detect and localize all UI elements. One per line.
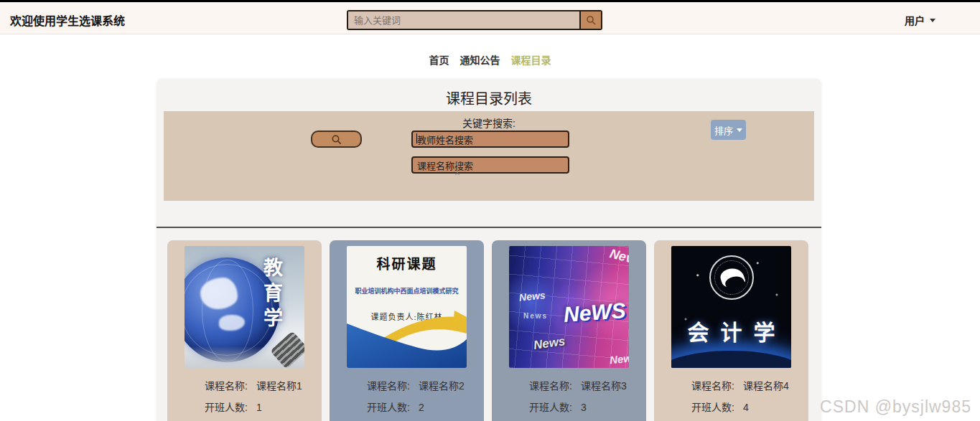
course-name-search-input[interactable] (411, 156, 569, 174)
course-name-row: 课程名称:课程名称4 (691, 378, 808, 392)
watermark: CSDN @bysjlw985 (820, 397, 971, 417)
wave-graphic (347, 303, 467, 368)
search-icon (331, 134, 342, 145)
course-card-4[interactable]: 会计学 课程名称:课程名称4 开班人数:4 (654, 240, 808, 421)
course-name-label: 课程名称: (691, 380, 734, 392)
course-card-1[interactable]: 教育学 课程名称:课程名称1 开班人数:1 (167, 240, 322, 421)
class-size-row: 开班人数:2 (367, 399, 484, 414)
cover-word: News (533, 334, 566, 353)
class-size-label: 开班人数: (691, 402, 734, 413)
course-card-2[interactable]: 科研课题 职业培训机构中西面点培训模式研究 课题负责人:陈红林 课程名称:课程名… (330, 240, 484, 421)
page-title: 课程目录列表 (157, 79, 821, 108)
user-menu[interactable]: 用户 (905, 13, 935, 27)
course-name-value: 课程名称3 (581, 380, 627, 392)
course-card-3[interactable]: Nev News News NeWS News New 课程名称:课程名称3 开… (492, 240, 646, 421)
cover-word: New (609, 351, 629, 366)
panel-search-button[interactable] (311, 131, 362, 148)
keyword-search-panel: 关键字搜索: 排序 (164, 111, 814, 201)
bird-emblem (718, 265, 745, 290)
nav-item-notices[interactable]: 通知公告 (460, 52, 500, 67)
teacher-name-search-input[interactable] (411, 131, 569, 148)
course-name-label: 课程名称: (529, 380, 572, 392)
cover-word: News (518, 289, 546, 303)
class-size-row: 开班人数:3 (529, 399, 646, 414)
course-cover-image-education: 教育学 (185, 246, 304, 368)
chevron-down-icon (737, 128, 742, 132)
course-name-value: 课程名称2 (419, 380, 465, 392)
cover-title: 科研课题 (347, 253, 467, 273)
search-icon (586, 15, 596, 25)
cover-title: 会计学 (671, 315, 791, 346)
cover-word: Nev (608, 246, 629, 266)
cover-word: News (523, 312, 548, 320)
course-name-row: 课程名称:课程名称1 (205, 378, 322, 392)
header-search-input[interactable] (348, 11, 579, 29)
course-card-list: 教育学 课程名称:课程名称1 开班人数:1 科研课题 职业培训机构中西面点培训模… (167, 240, 808, 421)
header-search-group (347, 10, 602, 30)
cover-subtitle: 职业培训机构中西面点培训模式研究 (347, 286, 467, 295)
class-size-row: 开班人数:4 (691, 399, 808, 414)
user-menu-label: 用户 (905, 13, 925, 27)
chevron-down-icon (930, 19, 935, 22)
course-name-row: 课程名称:课程名称2 (367, 378, 484, 392)
class-size-row: 开班人数:1 (205, 399, 322, 414)
text-caret (416, 133, 417, 143)
course-name-value: 课程名称4 (743, 380, 789, 392)
course-catalog-panel: 课程目录列表 关键字搜索: 排序 教育学 (157, 79, 821, 421)
class-size-value: 1 (256, 402, 262, 413)
university-seal-icon (709, 255, 754, 300)
course-cover-image-accounting: 会计学 (671, 246, 791, 368)
cover-title: 教育学 (258, 257, 286, 333)
header-search-button[interactable] (579, 11, 601, 29)
class-size-value: 2 (419, 402, 424, 413)
app-header: 欢迎使用学生选课系统 用户 (0, 2, 980, 34)
course-name-label: 课程名称: (205, 380, 248, 392)
nav-item-course-catalog[interactable]: 课程目录 (511, 52, 551, 67)
sort-button[interactable]: 排序 (711, 120, 746, 140)
class-size-label: 开班人数: (367, 402, 410, 413)
course-cover-image-news: Nev News News NeWS News New (509, 246, 629, 368)
main-nav: 首页 通知公告 课程目录 (0, 34, 980, 79)
earth-glow-graphic (671, 351, 791, 368)
course-cover-image-research: 科研课题 职业培训机构中西面点培训模式研究 课题负责人:陈红林 (347, 246, 467, 368)
class-size-value: 4 (743, 402, 749, 413)
course-name-label: 课程名称: (367, 380, 410, 392)
class-size-label: 开班人数: (529, 402, 572, 413)
app-title: 欢迎使用学生选课系统 (10, 11, 125, 29)
nav-item-home[interactable]: 首页 (429, 52, 449, 67)
sort-button-label: 排序 (714, 123, 733, 137)
course-name-row: 课程名称:课程名称3 (529, 378, 646, 392)
course-name-value: 课程名称1 (256, 380, 302, 392)
globe-continent-shape (200, 278, 238, 309)
mouse-ibeam-cursor (453, 163, 462, 176)
section-divider (157, 227, 821, 228)
cover-word-big: NeWS (563, 298, 627, 327)
class-size-label: 开班人数: (205, 402, 248, 413)
class-size-value: 3 (581, 402, 587, 413)
